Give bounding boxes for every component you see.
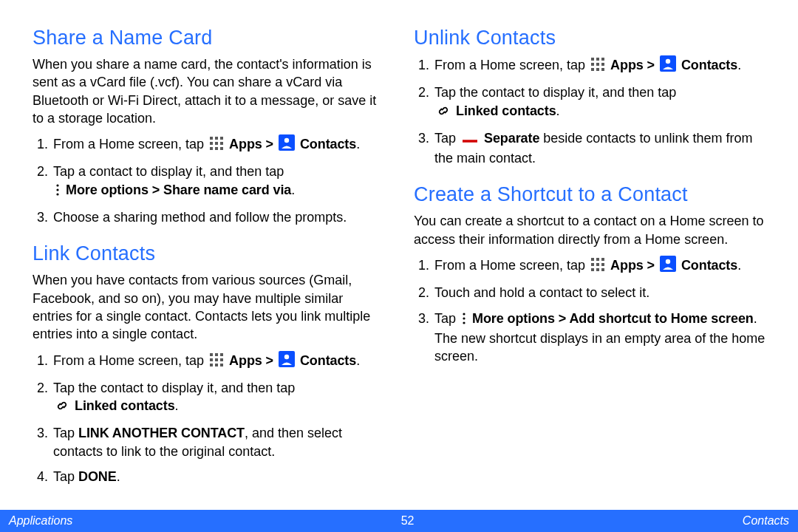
unlink-steps: From a Home screen, tap Apps > Contacts.… bbox=[414, 55, 765, 167]
list-item: From a Home screen, tap Apps > Contacts. bbox=[433, 256, 765, 276]
text: From a Home screen, tap bbox=[434, 58, 589, 72]
list-item: Tap LINK ANOTHER CONTACT, and then selec… bbox=[52, 424, 384, 460]
svg-point-13 bbox=[56, 193, 58, 195]
list-item: Tap Separate beside contacts to unlink t… bbox=[433, 129, 765, 168]
svg-rect-42 bbox=[601, 263, 604, 266]
text: . bbox=[291, 183, 295, 197]
list-item: Tap More options > Add shortcut to Home … bbox=[433, 310, 765, 366]
svg-rect-40 bbox=[591, 263, 594, 266]
text: From a Home screen, tap bbox=[53, 137, 208, 151]
svg-rect-2 bbox=[220, 137, 223, 140]
text: Tap bbox=[53, 426, 78, 440]
left-column: Share a Name Card When you share a name … bbox=[33, 27, 384, 502]
svg-rect-1 bbox=[215, 137, 218, 140]
link-heading: Link Contacts bbox=[33, 242, 384, 265]
svg-point-50 bbox=[463, 321, 465, 324]
svg-point-12 bbox=[56, 188, 58, 191]
apps-icon bbox=[590, 57, 605, 76]
shortcut-intro: You can create a shortcut to a contact o… bbox=[414, 212, 765, 248]
separate-icon bbox=[461, 132, 479, 149]
footer-right: Contacts bbox=[743, 514, 789, 528]
svg-rect-39 bbox=[601, 258, 604, 261]
bold-text: DONE bbox=[78, 469, 117, 484]
svg-rect-28 bbox=[591, 63, 594, 66]
svg-point-10 bbox=[284, 138, 289, 143]
more-options-icon bbox=[55, 183, 61, 201]
share-steps: From a Home screen, tap Apps > Contacts.… bbox=[33, 134, 384, 226]
svg-rect-27 bbox=[601, 58, 604, 61]
svg-rect-3 bbox=[210, 142, 213, 145]
text: . bbox=[737, 258, 741, 273]
svg-rect-29 bbox=[596, 63, 599, 66]
svg-point-48 bbox=[463, 313, 465, 315]
svg-rect-37 bbox=[591, 258, 594, 261]
list-item: From a Home screen, tap Apps > Contacts. bbox=[52, 351, 384, 372]
svg-rect-22 bbox=[220, 364, 223, 366]
bold-text: Contacts bbox=[300, 137, 356, 151]
link-icon bbox=[436, 104, 451, 122]
bold-text: Linked contacts bbox=[75, 398, 175, 413]
apps-icon bbox=[590, 257, 605, 276]
bold-text: Contacts bbox=[300, 353, 356, 368]
share-intro: When you share a name card, the contact'… bbox=[33, 55, 384, 127]
bold-text: Separate bbox=[484, 131, 539, 146]
svg-rect-41 bbox=[596, 263, 599, 266]
list-item: Tap the contact to display it, and then … bbox=[52, 379, 384, 417]
svg-rect-6 bbox=[210, 147, 213, 150]
bold-text: More options > Share name card via bbox=[66, 183, 291, 197]
more-options-icon bbox=[461, 312, 467, 330]
contacts-icon bbox=[279, 134, 295, 155]
bold-text: Contacts bbox=[681, 258, 737, 273]
svg-point-24 bbox=[284, 354, 289, 358]
footer-page-number: 52 bbox=[401, 514, 415, 528]
right-column: Unlink Contacts From a Home screen, tap … bbox=[414, 27, 765, 502]
svg-rect-45 bbox=[601, 268, 604, 271]
text: Tap the contact to display it, and then … bbox=[434, 85, 676, 100]
contacts-icon bbox=[279, 351, 295, 372]
text: . bbox=[175, 398, 179, 413]
svg-point-11 bbox=[56, 184, 58, 186]
svg-rect-30 bbox=[601, 63, 604, 66]
svg-rect-33 bbox=[601, 68, 604, 71]
svg-rect-43 bbox=[591, 268, 594, 271]
text: Tap bbox=[434, 311, 460, 326]
bold-text: Apps > bbox=[610, 58, 658, 72]
link-icon bbox=[55, 399, 69, 417]
text: Tap bbox=[53, 469, 78, 484]
svg-point-47 bbox=[666, 259, 670, 264]
svg-rect-5 bbox=[220, 142, 223, 145]
svg-rect-25 bbox=[591, 58, 594, 61]
contacts-icon bbox=[660, 55, 676, 76]
svg-rect-38 bbox=[596, 258, 599, 261]
svg-rect-44 bbox=[596, 268, 599, 271]
contacts-icon bbox=[660, 256, 676, 276]
text: . bbox=[117, 469, 120, 484]
page-body: Share a Name Card When you share a name … bbox=[0, 0, 798, 502]
text: . bbox=[356, 137, 360, 151]
list-item: Tap a contact to display it, and then ta… bbox=[52, 163, 384, 201]
list-item: Tap DONE. bbox=[52, 468, 384, 485]
text: . bbox=[737, 58, 741, 72]
text: . bbox=[556, 103, 560, 118]
apps-icon bbox=[209, 136, 224, 155]
shortcut-heading: Create a Shortcut to a Contact bbox=[414, 183, 765, 206]
list-item: Tap the contact to display it, and then … bbox=[433, 83, 765, 122]
apps-icon bbox=[209, 352, 224, 372]
svg-rect-15 bbox=[215, 353, 218, 356]
bold-text: Apps > bbox=[229, 353, 277, 368]
bold-text: Contacts bbox=[681, 58, 737, 72]
svg-rect-7 bbox=[215, 147, 218, 150]
svg-rect-16 bbox=[220, 353, 223, 356]
unlink-heading: Unlink Contacts bbox=[414, 27, 765, 50]
shortcut-steps: From a Home screen, tap Apps > Contacts.… bbox=[414, 256, 765, 365]
bold-text: Apps > bbox=[610, 258, 658, 273]
svg-rect-14 bbox=[210, 353, 213, 356]
link-intro: When you have contacts from various sour… bbox=[33, 271, 384, 343]
text: Tap the contact to display it, and then … bbox=[53, 381, 295, 395]
list-item: From a Home screen, tap Apps > Contacts. bbox=[52, 134, 384, 155]
page-footer: Applications 52 Contacts bbox=[0, 510, 798, 532]
bold-text: LINK ANOTHER CONTACT bbox=[78, 426, 245, 440]
svg-rect-8 bbox=[220, 147, 223, 150]
bold-text: Apps > bbox=[229, 137, 277, 151]
footer-left: Applications bbox=[9, 514, 72, 528]
